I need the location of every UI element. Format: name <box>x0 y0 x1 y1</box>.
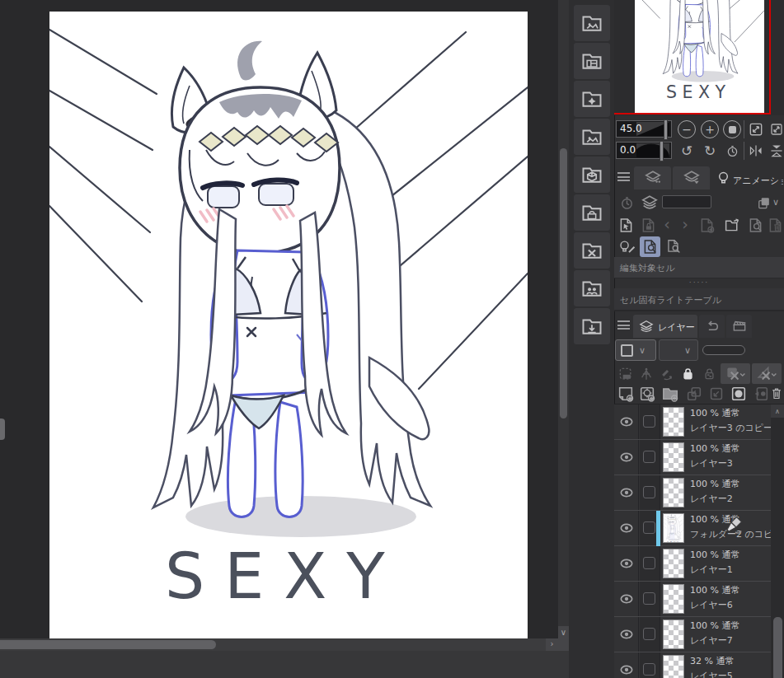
edit-target-cel-row[interactable]: 編集対象セル <box>614 257 784 278</box>
fit-to-screen-button[interactable] <box>747 120 765 138</box>
layer-name[interactable]: レイヤー5 <box>690 670 733 678</box>
cel-preview-button[interactable] <box>745 215 765 235</box>
draft-layer-button[interactable] <box>657 365 676 383</box>
canvas-page[interactable] <box>49 12 528 638</box>
layer-thumbnail[interactable] <box>663 407 684 437</box>
material-folder-people-button[interactable] <box>574 270 610 306</box>
lock-layer-button[interactable] <box>678 364 697 383</box>
layer-checkbox[interactable] <box>643 592 655 605</box>
scroll-down-button[interactable]: ∨ <box>558 626 569 638</box>
flip-horizontal-button[interactable] <box>747 142 765 160</box>
apply-mask-button[interactable] <box>750 384 771 404</box>
palette-dock-handle[interactable] <box>0 418 5 440</box>
transfer-to-lower-layer-button[interactable] <box>683 384 704 404</box>
rotate-right-button[interactable]: ↻ <box>701 142 719 160</box>
edit-cel-button[interactable] <box>616 215 636 235</box>
layer-checkbox[interactable] <box>643 415 655 428</box>
layer-thumbnail[interactable] <box>663 584 684 614</box>
layer-row-selected[interactable]: 100 % 通常 フォルダー2 のコピー <box>614 511 771 546</box>
material-folder-bag-button[interactable] <box>574 194 610 231</box>
checkbox-cell[interactable] <box>640 404 660 439</box>
layer-checkbox[interactable] <box>643 521 655 534</box>
blending-mode-combo[interactable]: ∨ <box>615 339 656 361</box>
layer-row[interactable]: 100 % 通常 レイヤー3 <box>614 440 771 475</box>
tab-auto-action[interactable] <box>699 315 725 338</box>
panel-splitter[interactable]: ····· <box>614 278 784 288</box>
checkbox-cell[interactable] <box>640 652 660 678</box>
visibility-cell[interactable] <box>614 546 639 581</box>
layer-row[interactable]: 100 % 通常 レイヤー3 のコピー <box>614 404 771 440</box>
layer-row[interactable]: 100 % 通常 レイヤー7 <box>614 617 771 652</box>
visibility-cell[interactable] <box>614 440 639 475</box>
expression-color-combo[interactable]: ∨ <box>659 339 698 361</box>
layer-row[interactable]: 32 % 通常 レイヤー5 <box>614 652 771 678</box>
zoom-value-box[interactable]: 45.0 <box>616 120 672 138</box>
rotation-value-box[interactable]: 0.0 <box>616 142 672 159</box>
reset-rotation-button[interactable] <box>723 142 741 160</box>
animation-panel-menu-button[interactable] <box>617 172 630 181</box>
layer-thumbnail[interactable] <box>663 549 684 578</box>
canvas-artwork[interactable] <box>49 12 528 638</box>
layer-checkbox[interactable] <box>643 451 655 463</box>
new-cel-button[interactable] <box>697 215 716 235</box>
layer-scroll-up-button[interactable]: ∧ <box>771 404 784 418</box>
light-table-cel-button-selected[interactable] <box>640 236 660 257</box>
layer-name[interactable]: レイヤー1 <box>690 563 733 576</box>
layer-thumbnail[interactable] <box>663 513 684 543</box>
material-folder-image-button[interactable] <box>574 5 610 41</box>
new-raster-layer-button[interactable] <box>615 384 636 404</box>
opacity-slider[interactable] <box>702 345 745 355</box>
enable-mask-button[interactable] <box>721 363 750 384</box>
layer-thumbnail[interactable] <box>663 620 684 649</box>
cel-display-combo[interactable]: ∨ <box>753 192 782 213</box>
visibility-cell[interactable] <box>614 582 639 616</box>
layer-name[interactable]: レイヤー2 <box>690 493 733 505</box>
layer-name[interactable]: レイヤー3 <box>690 457 733 470</box>
vertical-scrollbar-thumb[interactable] <box>560 148 567 418</box>
visibility-cell[interactable] <box>614 617 639 652</box>
tab-timeline[interactable] <box>726 315 752 338</box>
enable-ruler-button[interactable] <box>752 363 782 384</box>
new-vector-layer-button[interactable] <box>636 384 657 404</box>
layer-checkbox[interactable] <box>643 486 655 498</box>
checkbox-cell[interactable] <box>640 582 660 616</box>
checkbox-cell[interactable] <box>640 440 660 475</box>
checkbox-cell[interactable] <box>640 617 660 652</box>
onion-skin-button[interactable] <box>616 236 637 256</box>
tab-cel-list[interactable] <box>634 166 671 189</box>
next-cel-button[interactable]: › <box>678 214 692 234</box>
visibility-cell[interactable] <box>614 511 639 545</box>
cel-layers-button[interactable] <box>640 193 660 213</box>
tab-animation-cel[interactable]: アニメーションセル <box>733 175 783 187</box>
cel-timer-button[interactable] <box>617 193 636 213</box>
delete-layer-button[interactable] <box>769 383 784 404</box>
layer-checkbox[interactable] <box>643 663 655 676</box>
open-timeline-button[interactable] <box>721 215 743 235</box>
layer-panel-menu-button[interactable] <box>617 320 630 330</box>
material-folder-layout-button[interactable] <box>574 43 610 79</box>
layer-name[interactable]: レイヤー6 <box>690 599 733 611</box>
rotation-slider-handle[interactable] <box>660 141 664 161</box>
actual-size-button[interactable] <box>723 120 741 138</box>
layer-row[interactable]: 100 % 通常 レイヤー2 <box>614 475 771 511</box>
fit-to-window-button[interactable] <box>768 121 784 138</box>
layer-scrollbar-thumb[interactable] <box>773 617 782 678</box>
delete-cel-button[interactable] <box>765 215 784 235</box>
layer-checkbox[interactable] <box>643 557 655 569</box>
material-folder-star-button[interactable] <box>574 81 610 117</box>
visibility-cell[interactable] <box>614 652 639 678</box>
material-folder-image2-button[interactable] <box>574 119 610 155</box>
clip-to-layer-below-button[interactable] <box>616 365 635 383</box>
zoom-slider-handle[interactable] <box>664 119 668 140</box>
lock-transparent-pixels-button[interactable] <box>700 364 719 383</box>
material-folder-x-button[interactable] <box>574 232 610 269</box>
layer-name[interactable]: レイヤー7 <box>690 634 733 647</box>
navigator-preview[interactable] <box>635 0 764 113</box>
scroll-right-button[interactable]: › <box>546 638 558 651</box>
vertical-scrollbar[interactable] <box>558 0 569 626</box>
rotate-left-button[interactable]: ↺ <box>678 142 696 160</box>
previous-cel-button[interactable]: ‹ <box>660 214 674 234</box>
layer-row[interactable]: 100 % 通常 レイヤー1 <box>614 546 771 582</box>
material-folder-3d-button[interactable] <box>574 157 610 193</box>
cel-name-field[interactable] <box>662 195 711 208</box>
